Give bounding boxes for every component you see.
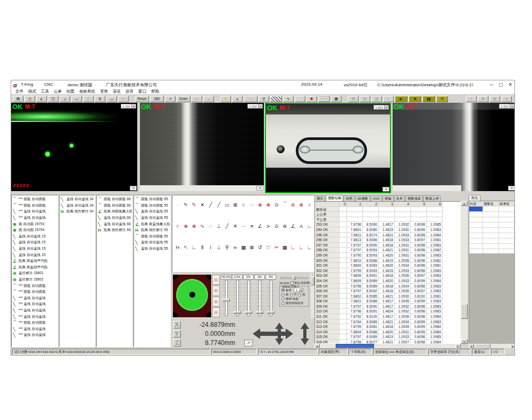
measure-item[interactable]: ╲*** 直线 自动直线 (12, 314, 57, 320)
measure-item[interactable]: ⌒圆弧 自动圆弧 55 (134, 203, 170, 209)
measure-item[interactable]: ⌒*** 圆弧 自动圆弧 (12, 289, 57, 295)
measure-tool-icon[interactable]: ↖ (182, 243, 190, 251)
chevron-down-icon[interactable]: ▾ (384, 105, 388, 109)
measure-tool-icon[interactable]: H (173, 243, 182, 251)
measure-tool-icon[interactable]: ⊞ (231, 201, 240, 209)
measure-tool-icon[interactable]: ∟ (305, 243, 314, 251)
measure-item[interactable]: ⌒圆弧 自动圆弧 55 (134, 196, 170, 203)
updown-button[interactable]: ⇅ (95, 96, 105, 102)
tab-数据上传[interactable]: 数据上传 (423, 195, 441, 201)
measure-item[interactable]: ╲*** 直线 自动直线 (12, 301, 57, 308)
slider-track[interactable] (222, 280, 230, 316)
result-row[interactable]: 301 OK7.88008.50831.48201.09340.80981.09… (315, 263, 460, 268)
minimize-button[interactable]: ─ (490, 82, 493, 87)
menu-item-公差[interactable]: 公差 (54, 89, 62, 94)
resize-handle[interactable]: ⇲ (130, 186, 137, 191)
measure-item[interactable]: ╲直线 自动直线 55 (134, 209, 170, 215)
result-row[interactable]: 316 OK7.87968.50771.48211.09270.80981.09… (315, 340, 460, 344)
menu-item-文件[interactable]: 文件 (15, 89, 23, 94)
slider-thumb[interactable] (267, 311, 275, 314)
slider-track[interactable] (267, 280, 275, 316)
measure-tool-icon[interactable]: ⌒ (281, 201, 289, 209)
measure-item[interactable]: ╲*** 直线 自动直线 (12, 295, 57, 302)
measure-item[interactable]: ╲直线 自动直线 66 (97, 221, 132, 227)
result-row[interactable]: 304 OK7.88098.50891.48201.09330.80991.09… (315, 278, 460, 284)
measure-item[interactable]: ⌒*** 圆弧 自动圆弧 (12, 196, 57, 203)
measure-tool-icon[interactable]: ✕ (231, 222, 240, 230)
measure-tool-icon[interactable]: ◌ (206, 222, 215, 230)
tab-3D测量[interactable]: 3D测量 (355, 195, 370, 201)
result-row[interactable]: 309 OK7.87978.50901.48171.09320.80981.09… (315, 304, 460, 309)
measure-item[interactable]: ⌒圆弧 自动圆弧 66 (97, 196, 132, 203)
measure-item[interactable]: ∠距离 两直线最大距 (134, 221, 170, 227)
measure-tool-icon[interactable]: A (297, 222, 306, 230)
probe-button[interactable]: ◫ (48, 96, 59, 102)
result-row[interactable]: 300 OK7.88108.50861.48191.09350.80981.09… (315, 258, 460, 263)
reset-button[interactable]: Reset (135, 96, 149, 102)
zoom-select[interactable]: 1-21X ▾ (499, 104, 514, 109)
tab-测次[interactable]: 测次 (314, 195, 325, 201)
measure-item[interactable]: ⊕圆 自动圆 15793 (12, 221, 57, 227)
measure-item[interactable]: ⊖直径标注 15801 (12, 270, 57, 277)
jog-arrows-icon[interactable] (252, 322, 313, 346)
rotate-360-button[interactable]: 360 (150, 96, 164, 102)
noise-sharp-radio[interactable] (281, 298, 285, 301)
tab-测量清单[interactable]: 测量清单 (405, 195, 423, 201)
mode-standard-radio[interactable] (281, 289, 285, 292)
surface-button[interactable]: ▲ (232, 96, 243, 102)
ring-light-button[interactable]: ◎ (212, 307, 220, 317)
settings-scrollbar[interactable]: ∧ (311, 274, 314, 318)
measure-tool-icon[interactable]: ⊘ (289, 201, 297, 209)
element-row[interactable] (469, 223, 515, 228)
measure-tool-icon[interactable]: □ (264, 243, 273, 251)
scrollbar-thumb[interactable] (461, 304, 468, 319)
result-row[interactable]: 308 OK7.88118.50881.48171.09350.80991.09… (315, 299, 460, 304)
result-row[interactable]: 312 OK7.87848.50891.48211.09340.80991.09… (315, 319, 460, 325)
element-row[interactable] (469, 217, 515, 223)
measure-tool-icon[interactable]: ▭ (223, 201, 231, 209)
measure-item[interactable]: ╲直线 自动直线 55 (134, 246, 170, 252)
chevron-down-icon[interactable]: ▾ (510, 104, 514, 108)
measure-tool-icon[interactable]: ✕ (198, 201, 207, 209)
element-row[interactable] (469, 233, 515, 238)
measure-tool-icon[interactable]: ⊙ (272, 222, 281, 230)
slider-track[interactable] (256, 280, 263, 316)
measure-tool-icon[interactable]: ▦ (281, 243, 289, 251)
measure-item[interactable]: ⌒*** 圆弧 自动圆弧 (12, 320, 57, 326)
tolerance-row[interactable]: 标准值 (315, 207, 460, 212)
ring-light-button[interactable]: ◎ (212, 297, 220, 307)
measure-tool-icon[interactable]: ◌ (248, 201, 256, 209)
measure-tool-icon[interactable]: ✂ (272, 243, 281, 251)
camera-panel-2[interactable]: OK M:7 1-21X ▾ ⇲ (140, 103, 264, 191)
result-row[interactable]: 305 OK7.87968.50891.48181.09340.80981.09… (315, 284, 460, 289)
pause-button[interactable]: ▮▮ (422, 96, 435, 102)
color-special-radio[interactable] (281, 302, 285, 305)
measure-tool-icon[interactable]: ○ (173, 222, 182, 230)
measure-tool-icon[interactable]: ╱ (206, 201, 215, 209)
strong-radio[interactable] (298, 293, 301, 297)
measure-item[interactable]: ∠距离 两直线平均距 (12, 258, 57, 265)
chevron-down-icon[interactable]: ▾ (131, 104, 136, 108)
slider-thumb[interactable] (234, 311, 241, 314)
measure-tool-icon[interactable]: ✎ (190, 201, 198, 209)
table-vscrollbar[interactable]: ▲ ▼ (461, 201, 468, 344)
measure-tool-icon[interactable]: ∟ (190, 243, 198, 251)
result-row[interactable]: 302 OK7.87998.50931.48151.09330.80981.09… (315, 268, 460, 274)
measure-tool-icon[interactable]: ≻ (264, 222, 273, 230)
element-row[interactable] (469, 207, 515, 212)
measure-item[interactable]: ╲*** 直线 自动直线 (12, 326, 57, 332)
measure-item[interactable]: ╲直线 自动直线 15 (12, 240, 57, 246)
arrow-prev-button[interactable]: ← (192, 96, 202, 102)
result-row[interactable]: 314 OK7.88048.50881.48201.09310.80991.09… (315, 330, 460, 335)
measure-tool-icon[interactable]: ≡ (248, 222, 256, 230)
measure-tool-icon[interactable]: ╱ (215, 201, 223, 209)
measure-item[interactable]: ╲*** 直线 自动直线 (12, 332, 57, 339)
checker-button[interactable] (270, 96, 282, 102)
tab-绘图[interactable]: 绘图 (344, 195, 354, 201)
resize-handle[interactable]: ⇲ (383, 187, 389, 192)
measure-tool-icon[interactable]: ⊞ (248, 243, 256, 251)
measure-item[interactable]: ⌒*** 圆弧 自动圆弧 (12, 203, 57, 209)
measure-tool-icon[interactable]: ⊕ (190, 222, 198, 230)
zoom-select[interactable]: 1-21X ▾ (373, 105, 389, 110)
default-mode-checkbox[interactable] (290, 282, 294, 285)
